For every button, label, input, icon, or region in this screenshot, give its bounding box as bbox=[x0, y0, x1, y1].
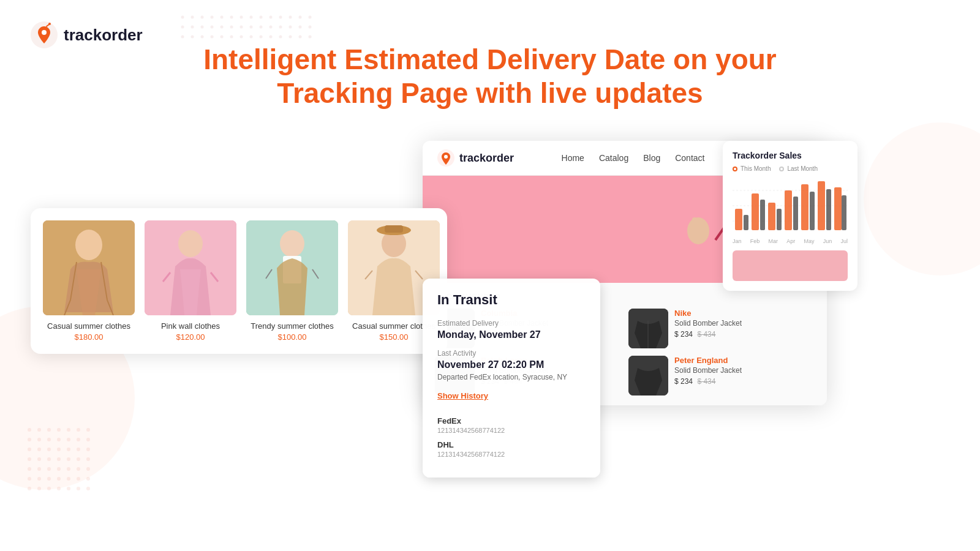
product-card-1[interactable]: Casual summer clothes $180.00 bbox=[43, 220, 135, 342]
dots-top bbox=[178, 12, 315, 44]
svg-point-94 bbox=[77, 428, 80, 432]
svg-point-96 bbox=[28, 438, 31, 441]
svg-point-105 bbox=[47, 448, 51, 451]
svg-rect-46 bbox=[842, 195, 846, 230]
product-card-2[interactable]: Pink wall clothes $120.00 bbox=[145, 220, 236, 342]
chart-labels: Jan Feb Mar Apr May Jun Jul bbox=[733, 238, 848, 244]
svg-point-51 bbox=[221, 16, 224, 19]
svg-point-102 bbox=[86, 438, 90, 441]
rec-brand-3: Peter England bbox=[674, 356, 742, 365]
carrier-tracking-0[interactable]: 121314342568774122 bbox=[437, 427, 586, 434]
svg-point-119 bbox=[47, 467, 51, 471]
svg-point-50 bbox=[211, 16, 214, 19]
svg-point-79 bbox=[221, 36, 224, 39]
svg-point-137 bbox=[86, 487, 90, 490]
svg-point-112 bbox=[47, 457, 51, 461]
svg-point-100 bbox=[67, 438, 70, 441]
svg-point-78 bbox=[211, 36, 214, 39]
svg-rect-33 bbox=[735, 209, 742, 230]
rec-name-3: Solid Bomber Jacket bbox=[674, 366, 742, 375]
rec-name-1: Solid Bomber Jacket bbox=[674, 319, 742, 328]
svg-rect-38 bbox=[818, 181, 825, 230]
svg-point-134 bbox=[57, 487, 61, 490]
carrier-tracking-1[interactable]: 121314342568774122 bbox=[437, 451, 586, 458]
product-price-2: $120.00 bbox=[176, 332, 205, 342]
svg-rect-42 bbox=[777, 209, 782, 230]
svg-point-104 bbox=[37, 448, 41, 451]
dots-bottom-left bbox=[24, 425, 93, 496]
svg-point-129 bbox=[77, 477, 80, 481]
svg-point-68 bbox=[250, 26, 253, 29]
chart-label-jul: Jul bbox=[840, 238, 848, 244]
svg-point-9 bbox=[280, 230, 304, 257]
svg-point-76 bbox=[191, 36, 194, 39]
svg-point-1 bbox=[42, 30, 47, 35]
store-nav: Home Catalog Blog Contact bbox=[562, 153, 705, 163]
rec-img-1 bbox=[628, 309, 668, 348]
product-cards-section: Casual summer clothes $180.00 Pink wall … bbox=[31, 208, 447, 354]
svg-point-120 bbox=[57, 467, 61, 471]
svg-point-24 bbox=[687, 217, 709, 244]
svg-point-70 bbox=[270, 26, 273, 29]
sales-card: Trackorder Sales This Month Last Month bbox=[723, 141, 858, 291]
nav-home[interactable]: Home bbox=[562, 153, 584, 163]
store-logo-text: trackorder bbox=[459, 152, 514, 165]
nav-contact[interactable]: Contact bbox=[675, 153, 704, 163]
rec-price-1: $ 234 $ 434 bbox=[674, 330, 742, 339]
rec-info-3: Peter England Solid Bomber Jacket $ 234 … bbox=[674, 356, 742, 386]
product-img-2 bbox=[145, 220, 236, 315]
svg-point-115 bbox=[77, 457, 80, 461]
svg-point-16 bbox=[444, 155, 448, 159]
svg-point-73 bbox=[299, 26, 302, 29]
svg-point-69 bbox=[260, 26, 263, 29]
jacket-svg-1 bbox=[628, 309, 668, 348]
show-history-link[interactable]: Show History bbox=[437, 391, 488, 400]
product-card-3[interactable]: Trendy summer clothes $100.00 bbox=[246, 220, 338, 342]
last-activity-label: Last Activity bbox=[437, 349, 586, 358]
svg-rect-39 bbox=[834, 187, 842, 230]
rec-item-1[interactable]: Nike Solid Bomber Jacket $ 234 $ 434 bbox=[628, 309, 815, 348]
estimated-label: Estimated Delivery bbox=[437, 319, 586, 328]
svg-point-126 bbox=[47, 477, 51, 481]
svg-point-2 bbox=[48, 23, 51, 25]
rec-item-3[interactable]: Peter England Solid Bomber Jacket $ 234 … bbox=[628, 356, 815, 395]
nav-blog[interactable]: Blog bbox=[643, 153, 660, 163]
model-figure-2 bbox=[145, 220, 236, 315]
carrier-name-0: FedEx bbox=[437, 416, 586, 425]
svg-point-124 bbox=[28, 477, 31, 481]
svg-point-101 bbox=[77, 438, 80, 441]
svg-point-7 bbox=[178, 230, 203, 257]
svg-point-83 bbox=[260, 36, 263, 39]
svg-point-108 bbox=[77, 448, 80, 451]
svg-point-84 bbox=[270, 36, 273, 39]
svg-point-97 bbox=[37, 438, 41, 441]
svg-point-90 bbox=[37, 428, 41, 432]
rec-info-1: Nike Solid Bomber Jacket $ 234 $ 434 bbox=[674, 309, 742, 339]
svg-point-54 bbox=[250, 16, 253, 19]
svg-rect-25 bbox=[692, 217, 697, 231]
svg-rect-44 bbox=[810, 192, 815, 230]
svg-point-98 bbox=[47, 438, 51, 441]
svg-point-57 bbox=[279, 16, 282, 19]
svg-point-99 bbox=[57, 438, 61, 441]
svg-rect-14 bbox=[385, 225, 403, 233]
svg-point-61 bbox=[181, 26, 184, 29]
product-name-3: Trendy summer clothes bbox=[251, 321, 333, 331]
headline-line1: Intelligent Estimated Delivery Date on y… bbox=[0, 43, 980, 77]
carrier-name-1: DHL bbox=[437, 440, 586, 449]
rec-img-3 bbox=[628, 356, 668, 395]
svg-point-53 bbox=[240, 16, 243, 19]
svg-point-118 bbox=[37, 467, 41, 471]
svg-point-132 bbox=[37, 487, 41, 490]
product-name-1: Casual summer clothes bbox=[47, 321, 130, 331]
chart-label-jun: Jun bbox=[823, 238, 832, 244]
jacket-svg-3 bbox=[628, 356, 668, 395]
sales-legend: This Month Last Month bbox=[733, 165, 848, 172]
nav-catalog[interactable]: Catalog bbox=[599, 153, 628, 163]
legend-this-month: This Month bbox=[733, 165, 771, 172]
svg-point-47 bbox=[181, 16, 184, 19]
svg-rect-34 bbox=[752, 193, 759, 230]
rec-price-3: $ 234 $ 434 bbox=[674, 377, 742, 386]
transit-title: In Transit bbox=[437, 292, 586, 308]
svg-point-48 bbox=[191, 16, 194, 19]
